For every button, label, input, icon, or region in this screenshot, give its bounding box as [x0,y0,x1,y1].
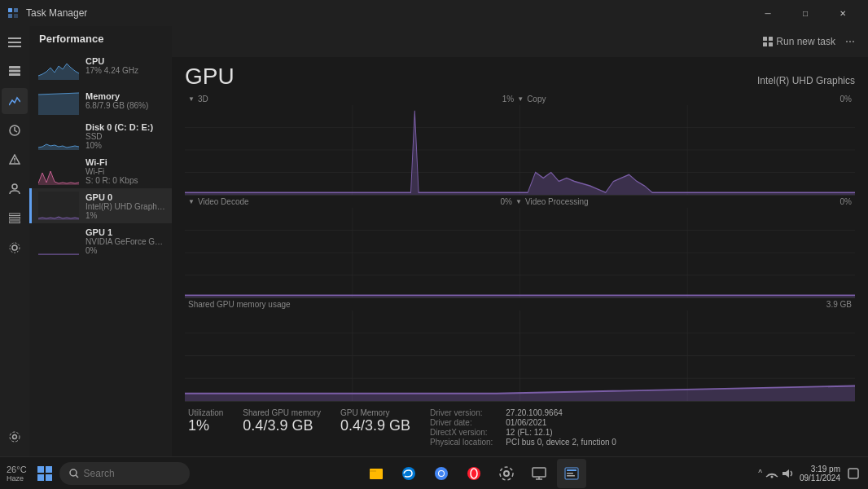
chart-memory-label-row: Shared GPU memory usage 3.9 GB [185,298,855,311]
chevron-icon-video: ▼ [188,198,195,205]
gpu-memory-stat: GPU Memory 0.4/3.9 GB [340,408,410,447]
main-content: Performance Run new task ⋯ GPU Intel( [172,26,868,456]
perf-item-gpu1[interactable]: GPU 1 NVIDIA GeForce GTX... 0% [29,223,172,258]
notification-icon[interactable] [845,465,861,482]
chart-copy-label: 1% ▼ Copy [502,95,546,104]
clock-time: 3:19 pm [800,465,840,474]
start-button[interactable] [33,462,56,485]
perf-item-gpu0[interactable]: GPU 0 Intel(R) UHD Graphics 1% [29,188,172,223]
run-new-task-label: Run new task [776,36,835,47]
title-bar: Task Manager ─ □ ✕ [0,0,868,26]
chart-video-processing-label: 0% ▼ Video Processing [501,197,589,206]
memory-name: Memory [85,91,165,101]
chart-vp-value: 0% [840,197,852,206]
chart-memory-canvas [185,311,855,401]
svg-point-19 [10,243,20,253]
cpu-mini-chart [38,51,79,80]
wifi-detail2: S: 0 R: 0 Kbps [85,176,165,185]
run-new-task-button[interactable]: Run new task [763,36,835,47]
sidebar-history-button[interactable] [2,117,28,143]
taskbar-app-chrome[interactable] [427,459,456,488]
sidebar-menu-button[interactable] [2,29,28,55]
svg-rect-3 [14,14,18,18]
sidebar-details-button[interactable] [2,205,28,231]
taskbar-app-opera[interactable] [459,459,489,488]
header-bar: Performance Run new task ⋯ [172,26,868,57]
tray-arrow[interactable]: ^ [758,469,762,478]
chart-video-label-row: ▼ Video Decode 0% ▼ Video Processing 0% [185,196,855,208]
sidebar-services-button[interactable] [2,235,28,261]
close-button[interactable]: ✕ [824,0,861,26]
utilization-value: 1% [188,417,223,434]
taskbar-app-files[interactable] [362,459,391,488]
sidebar-performance-button[interactable] [2,88,28,114]
svg-point-74 [500,467,513,480]
minimize-button[interactable]: ─ [749,0,787,26]
svg-point-18 [12,245,17,250]
taskbar-left: 26°C Haze [7,462,190,485]
perf-item-memory[interactable]: Memory 6.8/7.9 GB (86%) [29,83,172,118]
svg-point-13 [14,161,15,163]
gpu-header-row: GPU Intel(R) UHD Graphics [185,64,855,90]
gpu1-mini-chart [38,227,79,255]
gpu0-info: GPU 0 Intel(R) UHD Graphics 1% [85,192,165,220]
taskbar-search-box[interactable] [59,462,190,485]
chevron-icon-vp: ▼ [515,198,522,205]
maximize-button[interactable]: □ [787,0,824,26]
sidebar-processes-button[interactable] [2,59,28,85]
taskbar-app-edge[interactable] [394,459,423,488]
svg-rect-17 [9,221,20,223]
taskbar-app-settings[interactable] [492,459,521,488]
wifi-detail1: Wi-Fi [85,167,165,176]
taskbar-app-taskmanager[interactable] [557,459,586,488]
svg-rect-9 [9,73,20,76]
title-bar-controls: ─ □ ✕ [749,0,861,26]
taskbar-right: ^ 3:19 pm 09/11/2024 [758,465,861,482]
gpu1-info: GPU 1 NVIDIA GeForce GTX... 0% [85,227,165,255]
cpu-name: CPU [85,56,165,66]
chart-3d-canvas [185,105,855,195]
svg-rect-1 [14,8,18,12]
gpu0-detail1: Intel(R) UHD Graphics [85,202,165,211]
charts-container: ▼ 3D 1% ▼ Copy 0% [185,93,855,401]
taskbar-time[interactable]: 3:19 pm 09/11/2024 [800,465,840,482]
sidebar-users-button[interactable] [2,176,28,202]
utilization-stat: Utilization 1% [188,408,223,447]
windows-icon [37,466,52,481]
gpu0-mini-chart [38,192,79,220]
taskbar-weather: 26°C Haze [7,465,27,482]
svg-marker-25 [38,93,79,115]
driver-date-label: Driver date: [430,418,493,427]
stats-footer: Utilization 1% Shared GPU memory 0.4/3.9… [185,401,855,450]
svg-rect-80 [567,473,573,474]
svg-rect-59 [37,466,44,473]
svg-rect-30 [38,192,79,220]
chart-3d-label-row: ▼ 3D 1% ▼ Copy 0% [185,93,855,105]
perf-item-wifi[interactable]: Wi-Fi Wi-Fi S: 0 R: 0 Kbps [29,153,172,188]
svg-rect-15 [9,214,20,216]
search-input[interactable] [84,468,165,479]
sidebar-settings-button[interactable] [2,424,28,450]
perf-item-disk[interactable]: Disk 0 (C: D: E:) SSD 10% [29,118,172,153]
gpu-memory-label: GPU Memory [340,408,410,417]
chart-video-canvas [185,208,855,297]
left-panel-header: Performance [29,26,172,48]
wifi-info: Wi-Fi Wi-Fi S: 0 R: 0 Kbps [85,157,165,185]
svg-rect-4 [8,37,21,39]
perf-item-cpu[interactable]: CPU 17% 4.24 GHz [29,48,172,83]
taskbar-app-monitor[interactable] [524,459,554,488]
disk-info: Disk 0 (C: D: E:) SSD 10% [85,122,165,150]
gpu1-detail2: 0% [85,246,165,255]
svg-rect-36 [763,42,767,46]
memory-mini-chart [38,86,79,115]
shared-memory-value: 0.4/3.9 GB [243,417,321,434]
svg-rect-7 [9,66,20,68]
more-options-button[interactable]: ⋯ [845,36,855,47]
taskbar-center [193,459,756,488]
title-bar-text: Task Manager [26,7,749,19]
clock-date: 09/11/2024 [800,474,840,482]
svg-point-82 [770,475,773,478]
svg-point-73 [504,471,509,476]
gpu-area: GPU Intel(R) UHD Graphics ▼ 3D 1% ▼ [172,57,868,456]
sidebar-startup-button[interactable] [2,147,28,173]
